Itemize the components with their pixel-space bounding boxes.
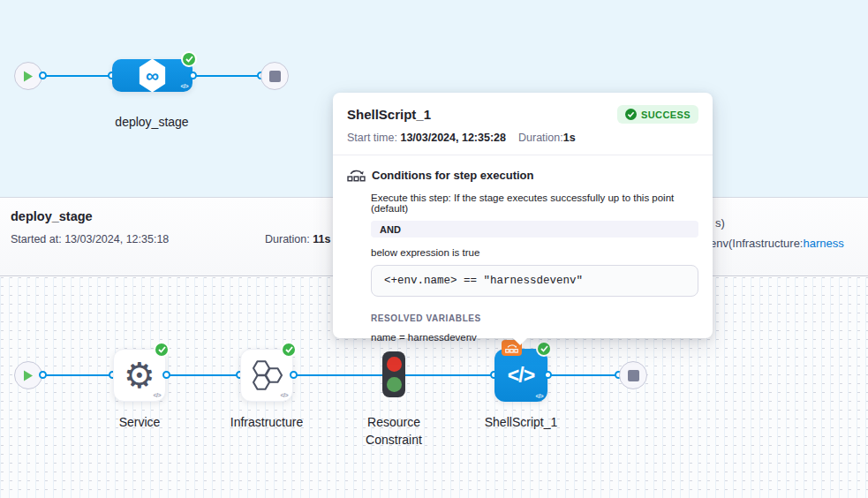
- code-mini-icon: </>: [153, 392, 161, 398]
- success-check-badge: [281, 342, 297, 358]
- popover-caret: [512, 337, 528, 345]
- red-lamp: [387, 357, 402, 372]
- edge: [405, 374, 494, 376]
- edge-dot[interactable]: [544, 371, 552, 379]
- conditional-execution-icon: [347, 167, 366, 183]
- step-label-service[interactable]: Service: [95, 413, 184, 431]
- step-label-infrastructure[interactable]: Infrastructure: [214, 413, 320, 431]
- check-icon: [158, 346, 166, 353]
- expression-code-box: <+env.name> == "harnessdevenv": [371, 265, 698, 297]
- infrastructure-label: env(Infrastructure:: [710, 237, 804, 250]
- edge-dot[interactable]: [39, 72, 47, 79]
- stage-node-deploy-stage[interactable]: ∞ </>: [112, 59, 192, 92]
- stage-node-label[interactable]: deploy_stage: [94, 113, 209, 131]
- play-icon: [23, 71, 34, 82]
- start-time-value: 13/03/2024, 12:35:28: [400, 132, 506, 144]
- stop-icon: [628, 370, 639, 381]
- edge: [547, 374, 619, 376]
- stage-details-title: deploy_stage: [11, 209, 93, 223]
- infrastructure-text-partial: env(Infrastructure:harness: [710, 237, 844, 250]
- step-node-infrastructure[interactable]: </>: [240, 349, 293, 402]
- status-badge: SUCCESS: [617, 105, 698, 124]
- edge-start-to-stage: [42, 75, 112, 77]
- code-mini-icon: </>: [180, 83, 188, 89]
- green-lamp: [387, 377, 402, 392]
- edge: [42, 374, 113, 376]
- edge-dot[interactable]: [189, 72, 197, 79]
- play-icon: [23, 370, 34, 381]
- popover-body: Conditions for step execution Execute th…: [333, 155, 713, 357]
- resolved-variables-heading: RESOLVED VARIABLES: [371, 313, 698, 323]
- infinity-glyph: ∞: [146, 65, 159, 87]
- gear-icon: ⚙: [124, 358, 155, 393]
- status-text: SUCCESS: [641, 109, 691, 120]
- success-check-icon: [625, 109, 637, 120]
- edge: [166, 374, 240, 376]
- stage-duration-value: 11s: [313, 233, 330, 245]
- traffic-light-icon resource-constraint-node[interactable]: [382, 351, 405, 397]
- duration-value: 1s: [563, 132, 576, 144]
- execute-condition-text: Execute this step: If the stage executes…: [371, 192, 698, 214]
- step-details-popover: ShellScript_1 SUCCESS Start time: 13/03/…: [333, 93, 713, 338]
- resolved-variable-value: name = harnessdevenv: [371, 332, 698, 343]
- start-time-label: Start time:: [347, 132, 400, 144]
- popover-title: ShellScript_1: [347, 107, 431, 122]
- stop-icon: [269, 71, 281, 82]
- step-label-shellscript-1[interactable]: ShellScript_1: [468, 413, 574, 431]
- edge-dot[interactable]: [290, 371, 298, 379]
- popover-times: Start time: 13/03/2024, 12:35:28Duration…: [347, 132, 698, 144]
- step-node-service[interactable]: ⚙ </>: [113, 349, 166, 402]
- shell-script-icon: </>: [508, 364, 534, 388]
- step-label-resource-constraint[interactable]: Resource Constraint: [350, 413, 438, 449]
- deployment-stage-icon: ∞: [138, 59, 168, 93]
- step-node-shellscript-1[interactable]: </> </>: [494, 349, 547, 402]
- stage-started-at: Started at: 13/03/2024, 12:35:18: [11, 233, 169, 245]
- hexagons-icon: [249, 358, 284, 393]
- edge: [293, 374, 382, 376]
- environment-text-partial: s): [715, 216, 725, 230]
- popover-header: ShellScript_1 SUCCESS Start time: 13/03/…: [333, 93, 713, 155]
- code-mini-icon: </>: [535, 393, 543, 399]
- check-icon: [285, 346, 293, 353]
- check-icon: [185, 56, 193, 63]
- edge-dot[interactable]: [162, 371, 170, 379]
- conditions-heading: Conditions for step execution: [372, 169, 533, 182]
- stage-duration: Duration: 11s: [265, 233, 330, 245]
- stage-end-button[interactable]: [619, 361, 647, 389]
- pipeline-end-button[interactable]: [260, 62, 289, 90]
- edge-dot[interactable]: [39, 371, 47, 379]
- expression-intro-text: below expression is true: [371, 247, 698, 258]
- code-mini-icon: </>: [280, 392, 288, 398]
- success-check-badge: [181, 51, 197, 67]
- stage-duration-label: Duration:: [265, 233, 313, 245]
- operator-bar: AND: [371, 221, 698, 238]
- edge-stage-to-end: [192, 75, 260, 77]
- success-check-badge: [154, 342, 170, 358]
- infrastructure-link[interactable]: harness: [804, 237, 844, 250]
- duration-label: Duration:: [518, 132, 563, 144]
